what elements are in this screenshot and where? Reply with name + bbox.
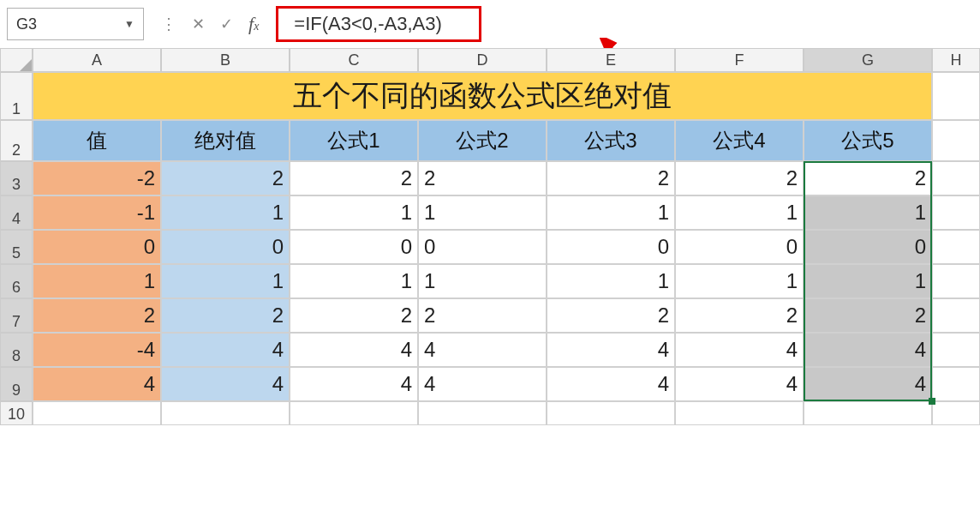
- cell-D7[interactable]: 2: [418, 298, 547, 333]
- cell-C4[interactable]: 1: [290, 195, 418, 230]
- cell-B8[interactable]: 4: [161, 333, 290, 367]
- fill-handle[interactable]: [929, 398, 935, 405]
- header-f2[interactable]: 公式2: [418, 120, 547, 161]
- row-header-5[interactable]: 5: [0, 230, 33, 264]
- row-header-10[interactable]: 10: [0, 401, 33, 425]
- title-cell[interactable]: 五个不同的函数公式区绝对值: [33, 72, 932, 120]
- col-header-G[interactable]: G: [804, 48, 932, 72]
- cell-E3[interactable]: 2: [547, 161, 675, 195]
- cell-B9[interactable]: 4: [161, 367, 290, 401]
- cell-H3[interactable]: [932, 161, 980, 195]
- cell-B7[interactable]: 2: [161, 298, 290, 333]
- cell-C10[interactable]: [290, 401, 418, 425]
- cell-H2[interactable]: [932, 120, 980, 161]
- cell-F9[interactable]: 4: [675, 367, 804, 401]
- cell-H4[interactable]: [932, 195, 980, 230]
- cell-E4[interactable]: 1: [547, 195, 675, 230]
- cell-G9[interactable]: 4: [804, 367, 932, 401]
- cell-G5[interactable]: 0: [804, 230, 932, 264]
- cell-F4[interactable]: 1: [675, 195, 804, 230]
- col-header-D[interactable]: D: [418, 48, 547, 72]
- cell-G3[interactable]: 2: [804, 161, 932, 195]
- header-f3[interactable]: 公式3: [547, 120, 675, 161]
- cell-F8[interactable]: 4: [675, 333, 804, 367]
- cell-C9[interactable]: 4: [290, 367, 418, 401]
- cell-G4[interactable]: 1: [804, 195, 932, 230]
- cell-C8[interactable]: 4: [290, 333, 418, 367]
- row-header-6[interactable]: 6: [0, 264, 33, 298]
- row-header-7[interactable]: 7: [0, 298, 33, 333]
- row-header-4[interactable]: 4: [0, 195, 33, 230]
- cell-B4[interactable]: 1: [161, 195, 290, 230]
- ellipsis-icon[interactable]: ⋮: [161, 15, 176, 33]
- cell-A3[interactable]: -2: [33, 161, 161, 195]
- cell-D3[interactable]: 2: [418, 161, 547, 195]
- cell-A8[interactable]: -4: [33, 333, 161, 367]
- cell-G6[interactable]: 1: [804, 264, 932, 298]
- col-header-E[interactable]: E: [547, 48, 675, 72]
- cell-C6[interactable]: 1: [290, 264, 418, 298]
- cell-F3[interactable]: 2: [675, 161, 804, 195]
- select-all-corner[interactable]: [0, 48, 33, 72]
- row-header-9[interactable]: 9: [0, 367, 33, 401]
- cell-D10[interactable]: [418, 401, 547, 425]
- col-header-B[interactable]: B: [161, 48, 290, 72]
- cell-B5[interactable]: 0: [161, 230, 290, 264]
- cell-H5[interactable]: [932, 230, 980, 264]
- row-header-2[interactable]: 2: [0, 120, 33, 161]
- accept-icon[interactable]: ✓: [220, 15, 233, 33]
- cell-H10[interactable]: [932, 401, 980, 425]
- col-header-A[interactable]: A: [33, 48, 161, 72]
- header-f1[interactable]: 公式1: [290, 120, 418, 161]
- header-abs[interactable]: 绝对值: [161, 120, 290, 161]
- cell-E9[interactable]: 4: [547, 367, 675, 401]
- cell-H6[interactable]: [932, 264, 980, 298]
- row-header-3[interactable]: 3: [0, 161, 33, 195]
- cell-F5[interactable]: 0: [675, 230, 804, 264]
- col-header-C[interactable]: C: [290, 48, 418, 72]
- chevron-down-icon[interactable]: ▼: [124, 18, 134, 30]
- cell-A7[interactable]: 2: [33, 298, 161, 333]
- cell-D4[interactable]: 1: [418, 195, 547, 230]
- cell-D6[interactable]: 1: [418, 264, 547, 298]
- cell-A6[interactable]: 1: [33, 264, 161, 298]
- col-header-H[interactable]: H: [932, 48, 980, 72]
- header-f4[interactable]: 公式4: [675, 120, 804, 161]
- cell-F10[interactable]: [675, 401, 804, 425]
- cell-H7[interactable]: [932, 298, 980, 333]
- cell-B6[interactable]: 1: [161, 264, 290, 298]
- cell-C3[interactable]: 2: [290, 161, 418, 195]
- cell-G10[interactable]: [804, 401, 932, 425]
- col-header-F[interactable]: F: [675, 48, 804, 72]
- header-f5[interactable]: 公式5: [804, 120, 932, 161]
- cell-D8[interactable]: 4: [418, 333, 547, 367]
- name-box[interactable]: G3 ▼: [7, 8, 144, 40]
- cell-H1[interactable]: [932, 72, 980, 120]
- spreadsheet-grid[interactable]: A B C D E F G H 1 五个不同的函数公式区绝对值 2 值 绝对值 …: [0, 48, 980, 425]
- cell-A10[interactable]: [33, 401, 161, 425]
- row-header-1[interactable]: 1: [0, 72, 33, 120]
- cell-E5[interactable]: 0: [547, 230, 675, 264]
- header-value[interactable]: 值: [33, 120, 161, 161]
- cell-D5[interactable]: 0: [418, 230, 547, 264]
- formula-input[interactable]: =IF(A3<0,-A3,A3): [276, 6, 481, 42]
- cell-E10[interactable]: [547, 401, 675, 425]
- cell-F7[interactable]: 2: [675, 298, 804, 333]
- cell-E6[interactable]: 1: [547, 264, 675, 298]
- cell-A9[interactable]: 4: [33, 367, 161, 401]
- cell-C7[interactable]: 2: [290, 298, 418, 333]
- fx-icon[interactable]: fx: [248, 13, 259, 35]
- cell-F6[interactable]: 1: [675, 264, 804, 298]
- cell-E7[interactable]: 2: [547, 298, 675, 333]
- cell-A5[interactable]: 0: [33, 230, 161, 264]
- cell-G8[interactable]: 4: [804, 333, 932, 367]
- cancel-icon[interactable]: ✕: [192, 15, 205, 33]
- cell-D9[interactable]: 4: [418, 367, 547, 401]
- cell-E8[interactable]: 4: [547, 333, 675, 367]
- cell-G7[interactable]: 2: [804, 298, 932, 333]
- cell-H9[interactable]: [932, 367, 980, 401]
- cell-B10[interactable]: [161, 401, 290, 425]
- cell-C5[interactable]: 0: [290, 230, 418, 264]
- cell-H8[interactable]: [932, 333, 980, 367]
- cell-A4[interactable]: -1: [33, 195, 161, 230]
